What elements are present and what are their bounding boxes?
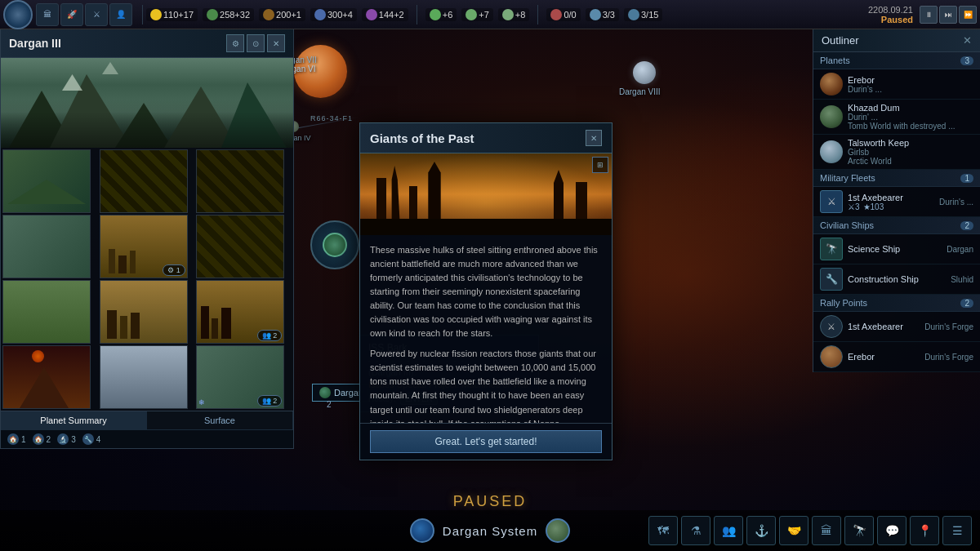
planet-zoom-button[interactable]: ⊙ (247, 34, 265, 52)
erebor-icon (820, 73, 843, 96)
tile11-badge: 👥 2 (257, 395, 283, 407)
planet-nav-3[interactable]: 🔬 3 (57, 433, 76, 445)
planet-nav-2[interactable]: 🏠 2 (33, 433, 51, 445)
erebor-info: Erebor Durin's ... (848, 75, 973, 94)
extra1-icon (430, 9, 441, 20)
rally-axebearer-dest: Durin's Forge (924, 322, 973, 331)
khazad-sub1: Durin' ... (848, 113, 973, 122)
planet-title: Dargan III (9, 37, 61, 50)
step-button[interactable]: ⏭ (939, 6, 957, 24)
tile4-badge: ⚙ 1 (163, 264, 185, 276)
circ-outer-ring[interactable] (310, 220, 359, 269)
planet-close-button[interactable]: ✕ (267, 34, 285, 52)
bottom-empire-button[interactable]: 🏛 (812, 516, 841, 545)
resource-influence: 144+2 (362, 8, 408, 21)
tab-planet-summary[interactable]: Planet Summary (1, 411, 147, 429)
outliner-section-military[interactable]: Military Fleets 1 (813, 170, 980, 187)
rally-erebor-name: Erebor (848, 352, 920, 362)
planet-tile-0[interactable] (2, 149, 91, 213)
bottom-intel-button[interactable]: 🔭 (844, 516, 874, 545)
axebearer-fleet-icon: ⚔ (820, 190, 843, 213)
planet-nav-1[interactable]: 🏠 1 (7, 433, 26, 445)
tab-surface[interactable]: Surface (147, 411, 293, 429)
outliner-planet-khazad[interactable]: Khazad Dum Durin' ... Tomb World with de… (813, 100, 980, 135)
modal-confirm-button[interactable]: Great. Let's get started! (370, 430, 602, 453)
modal-text-2: Powered by nuclear fission reactors thos… (370, 347, 602, 423)
nav3-icon: 🔬 (57, 433, 69, 445)
planet-dargan-viii[interactable] (633, 61, 656, 84)
right-icon-group: 🗺 ⚗ 👥 ⚓ 🤝 🏛 🔭 💬 📍 ☰ (648, 516, 972, 545)
planet-tile-8[interactable]: 👥 2 (196, 280, 284, 344)
outliner-close-button[interactable]: ✕ (963, 34, 972, 47)
game-logo[interactable] (3, 0, 33, 29)
rally-erebor-info: Erebor (848, 352, 920, 362)
planet-nav-bar: 🏠 1 🏠 2 🔬 3 🔧 4 (1, 429, 293, 448)
civilian-count: 2 (960, 221, 973, 230)
planet-image-overlay (1, 58, 293, 148)
planet-tile-1[interactable] (100, 149, 188, 213)
talsworth-sub2: Arctic World (848, 157, 973, 166)
planet-manage-button[interactable]: ⚙ (226, 34, 244, 52)
topbar-separator (142, 5, 143, 24)
outliner-section-rally[interactable]: Rally Points 2 (813, 295, 980, 312)
axebearer-info: 1st Axebearer ⚔3 ★103 (848, 193, 934, 211)
outliner-planet-erebor[interactable]: Erebor Durin's ... (813, 69, 980, 100)
planet-tile-11[interactable]: ❄ 👥 2 (196, 345, 284, 409)
bottom-pop-button[interactable]: 👥 (714, 516, 743, 545)
planet-tile-5[interactable] (196, 215, 284, 278)
khazad-icon (820, 105, 843, 128)
pause-button[interactable]: ⏸ (920, 6, 938, 24)
planet-tile-6[interactable] (2, 280, 91, 344)
resource-ships2: 3/15 (624, 8, 662, 21)
rally-erebor-dest: Durin's Forge (924, 353, 973, 362)
bottom-fleet-button[interactable]: ⚓ (746, 516, 776, 545)
leader-icon[interactable]: 👤 (109, 3, 132, 26)
bottom-rally-button[interactable]: 📍 (910, 516, 939, 545)
circular-navigation[interactable] (310, 220, 359, 269)
outliner-section-planets[interactable]: Planets 3 (813, 52, 980, 69)
tile11-snowflake: ❄ (198, 398, 205, 407)
planet-tile-7[interactable] (100, 280, 188, 344)
ship-icon[interactable]: 🚀 (60, 3, 83, 26)
nav2-icon: 🏠 (33, 433, 44, 445)
modal-image-expand[interactable]: ⊞ (592, 157, 608, 173)
nav2-label: 2 (47, 435, 51, 444)
outliner-planet-talsworth[interactable]: Talsworth Keep Girlsb Arctic World (813, 135, 980, 170)
planet-header: Dargan III ⚙ ⊙ ✕ (1, 29, 293, 58)
planet-tile-3[interactable] (2, 215, 91, 278)
extra2-icon (466, 9, 477, 20)
energy-icon (150, 9, 162, 20)
modal-text-1: These massive hulks of steel sitting ent… (370, 243, 602, 340)
outliner-title: Outliner (822, 34, 859, 47)
modal-body: These massive hulks of steel sitting ent… (360, 235, 612, 423)
outliner-section-civilian[interactable]: Civilian Ships 2 (813, 217, 980, 234)
outliner-fleet-axebearer[interactable]: ⚔ 1st Axebearer ⚔3 ★103 Durin's ... (813, 187, 980, 217)
planet-tile-9[interactable] (2, 345, 91, 409)
bottom-tech-button[interactable]: ⚗ (681, 516, 710, 545)
planet-tile-10[interactable] (100, 345, 188, 409)
modal-close-button[interactable]: ✕ (586, 130, 602, 146)
planet-nav-4[interactable]: 🔧 4 (82, 433, 101, 445)
rally-count: 2 (960, 299, 973, 308)
planet-tile-4[interactable]: ⚙ 1 (100, 215, 188, 278)
faction-icon[interactable]: 🏛 (36, 3, 59, 26)
outliner-rally-erebor[interactable]: Erebor Durin's Forge (813, 342, 980, 372)
science-ship-icon: 🔭 (820, 238, 843, 260)
outliner-ship-construction[interactable]: 🔧 Construction Ship Sluhid (813, 264, 980, 295)
nav1-icon: 🏠 (7, 433, 19, 445)
khazad-info: Khazad Dum Durin' ... Tomb World with de… (848, 103, 973, 131)
topbar: 🏛 🚀 ⚔ 👤 110+17 258+32 200+1 300+4 144+2 (0, 0, 980, 29)
talsworth-sub1: Girlsb (848, 148, 973, 157)
bottom-map-button[interactable]: 🗺 (648, 516, 678, 545)
outliner-ship-science[interactable]: 🔭 Science Ship Dargan (813, 234, 980, 264)
talsworth-name: Talsworth Keep (848, 138, 973, 148)
outliner-rally-axebearer[interactable]: ⚔ 1st Axebearer Durin's Forge (813, 312, 980, 342)
ground-icon[interactable]: ⚔ (85, 3, 108, 26)
bottom-menu-button[interactable]: ☰ (942, 516, 972, 545)
bottom-chat-button[interactable]: 💬 (877, 516, 906, 545)
construction-ship-info: Construction Ship (848, 274, 946, 284)
bottom-diplo-button[interactable]: 🤝 (779, 516, 808, 545)
fast-button[interactable]: ⏩ (959, 6, 977, 24)
planet-tile-2[interactable] (196, 149, 284, 213)
axebearer-strength: ⚔3 (848, 202, 860, 211)
